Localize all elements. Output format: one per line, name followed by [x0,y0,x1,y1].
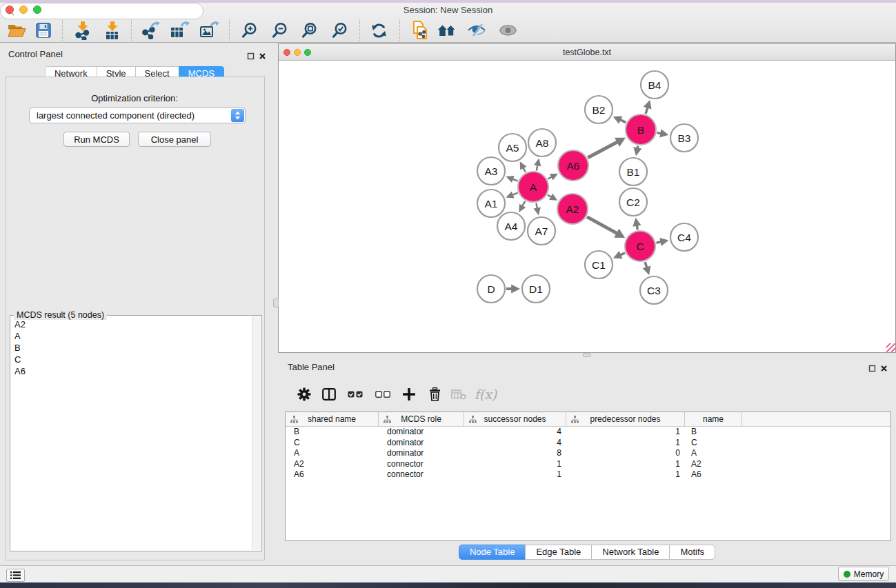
mcds-result-item[interactable]: B [12,342,250,354]
column-header-successor-nodes[interactable]: successor nodes [464,412,566,426]
table-cell[interactable]: B [286,427,379,438]
graph-edge-C-C4[interactable] [657,242,661,243]
network-window-titlebar[interactable]: testGlobe.txt [279,44,895,61]
export-image-icon[interactable] [197,19,222,41]
graph-edge-A-A1[interactable] [512,193,518,195]
column-header-predecessor-nodes[interactable]: predecessor nodes [566,412,685,426]
network-graph[interactable]: B4B2BB3A5A8A6B1A3AA1C2A2A4A7C4CC1C3DD1 [279,61,895,352]
show-all-eye-icon[interactable] [495,19,520,41]
zoom-selected-icon[interactable] [328,19,352,41]
zoom-out-icon[interactable] [268,19,292,41]
tab-network-table[interactable]: Network Table [591,545,670,560]
refresh-layout-icon[interactable] [366,19,391,41]
table-cell[interactable]: A2 [685,459,742,470]
graph-arrowhead [659,129,668,137]
table-settings-gear-icon[interactable] [292,383,316,405]
tab-node-table[interactable]: Node Table [459,545,526,560]
bottom-splitter-handle[interactable] [583,353,591,357]
table-cell[interactable]: connector [379,469,464,480]
dropdown-stepper-icon [231,109,244,122]
table-cell[interactable]: 1 [464,469,566,480]
column-header-shared-name[interactable]: shared name [286,412,379,426]
table-cell[interactable]: dominator [379,448,464,459]
control-panel-float-icon[interactable] [247,50,255,63]
optimization-criterion-dropdown[interactable]: largest connected component (directed) [29,108,246,123]
graph-edge-A-A6[interactable] [548,176,552,179]
graph-edge-A-A8[interactable] [537,165,538,170]
graph-edge-A-A5[interactable] [523,168,525,172]
table-cell[interactable]: 4 [464,427,566,438]
table-cell[interactable]: C [286,438,379,449]
zoom-in-icon[interactable] [237,19,262,41]
duplicate-network-icon[interactable] [408,19,432,41]
tab-edge-table[interactable]: Edge Table [525,545,592,560]
zoom-fit-icon[interactable] [297,19,322,41]
tab-motifs[interactable]: Motifs [669,545,715,560]
table-cell[interactable]: dominator [379,427,464,438]
table-cell[interactable]: 4 [464,438,566,449]
deselect-all-checkboxes-icon[interactable] [371,383,395,405]
home-icon[interactable] [435,19,459,41]
left-splitter-handle[interactable] [273,298,279,307]
graph-node-label: B2 [593,104,606,116]
network-canvas[interactable]: B4B2BB3A5A8A6B1A3AA1C2A2A4A7C4CC1C3DD1 [279,61,895,352]
graph-node-label: A4 [505,221,518,232]
hide-selected-eye-slash-icon[interactable] [464,19,489,41]
table-cell[interactable]: 1 [566,438,685,449]
close-panel-button[interactable]: Close panel [138,132,211,147]
table-cell[interactable]: 8 [464,448,566,459]
table-cell[interactable]: A6 [685,469,742,480]
import-table-icon[interactable] [101,19,126,41]
graph-edge-C-C3[interactable] [645,262,647,267]
column-label: name [703,414,724,424]
table-cell[interactable]: 1 [566,459,685,470]
resize-grip-icon[interactable] [886,343,895,352]
table-panel-title: Table Panel [288,362,335,372]
delete-column-trash-icon[interactable] [423,383,446,405]
import-network-icon[interactable] [71,19,96,41]
graph-node-label: A3 [485,165,498,177]
mcds-result-item[interactable]: C [12,354,250,365]
open-session-folder-icon[interactable] [4,19,29,41]
save-session-floppy-icon[interactable] [31,19,56,41]
table-cell[interactable]: A [685,448,742,459]
mcds-result-item[interactable]: A2 [12,318,250,330]
mcds-result-list[interactable]: A2ABCA6 [12,318,250,549]
table-cell[interactable]: C [685,438,742,449]
graph-edge-B-B4[interactable] [646,108,648,114]
table-panel-float-icon[interactable] [868,363,876,375]
table-cell[interactable]: 1 [566,427,685,438]
create-column-plus-icon[interactable] [397,383,421,405]
graph-edge-C-C1[interactable] [620,253,625,255]
select-all-checkboxes-icon[interactable] [344,383,367,405]
column-header-mcds-role[interactable]: MCDS role [379,412,464,426]
graph-edge-A-A4[interactable] [522,201,525,206]
table-cell[interactable]: dominator [379,438,464,449]
graph-edge-A6-B[interactable] [588,142,617,158]
column-header-name[interactable]: name [685,412,742,426]
table-cell[interactable]: A2 [286,459,379,470]
table-cell[interactable]: A6 [286,469,379,480]
table-cell[interactable]: 1 [566,469,685,480]
table-cell[interactable]: connector [379,459,464,470]
mcds-result-item[interactable]: A6 [12,365,250,377]
table-cell[interactable]: 1 [464,459,566,470]
export-network-icon[interactable] [138,19,163,41]
table-cell[interactable]: B [685,427,742,438]
show-columns-icon[interactable] [317,383,341,405]
graph-edge-B-B2[interactable] [620,120,626,123]
memory-button[interactable]: Memory [838,567,889,581]
export-table-icon[interactable] [168,19,192,41]
control-panel-close-icon[interactable] [259,50,266,63]
table-panel-close-icon[interactable] [880,363,888,375]
graph-edge-A-A7[interactable] [536,203,537,209]
graph-edge-A-A3[interactable] [512,179,518,181]
function-builder-button: f(x) [472,383,499,405]
table-cell[interactable]: A [286,448,379,459]
mcds-result-item[interactable]: A [12,330,250,342]
run-mcds-button[interactable]: Run MCDS [63,132,130,147]
table-cell[interactable]: 0 [566,448,685,459]
task-history-list-icon[interactable] [6,569,25,582]
mcds-result-scrollbar[interactable] [252,316,261,550]
graph-edge-A2-C[interactable] [587,217,617,234]
